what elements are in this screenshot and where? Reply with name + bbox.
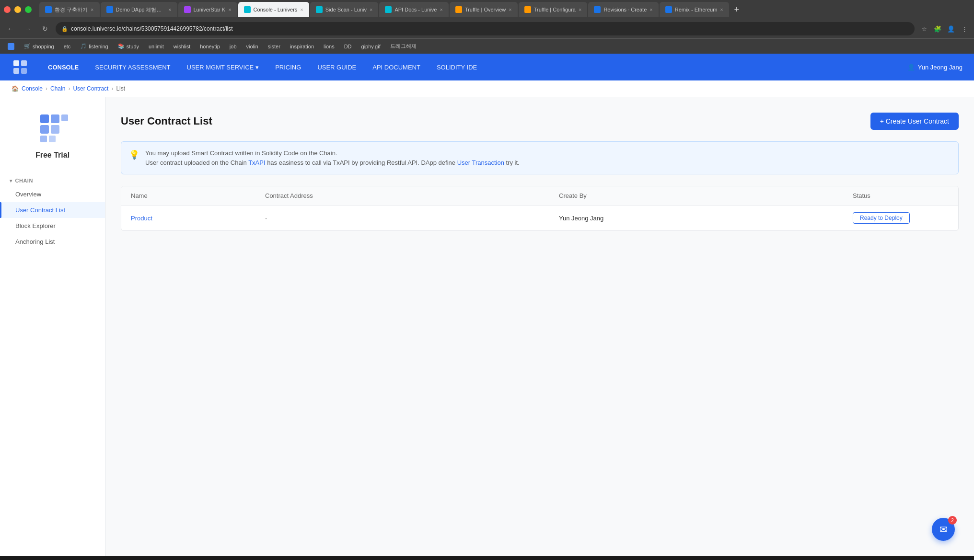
browser-tab-6[interactable]: API Docs - Lunive ×: [379, 2, 448, 17]
bookmark-dd[interactable]: DD: [340, 42, 356, 51]
txapi-link[interactable]: TxAPI: [248, 159, 265, 166]
nav-logo[interactable]: [12, 58, 29, 76]
bookmark-etc[interactable]: etc: [60, 42, 75, 51]
tab-close-6[interactable]: ×: [440, 7, 442, 12]
status-badge[interactable]: Ready to Deploy: [853, 212, 910, 224]
section-toggle-icon: ▾: [10, 178, 12, 183]
bookmark-sister[interactable]: sister: [264, 42, 284, 51]
window-maximize[interactable]: [25, 6, 32, 13]
nav-item-solidity-ide[interactable]: SOLIDITY IDE: [429, 60, 485, 75]
tab-favicon-2: [106, 6, 113, 13]
bookmark-star-icon[interactable]: ☆: [918, 23, 930, 34]
menu-icon[interactable]: ⋮: [959, 23, 970, 34]
tab-close-4[interactable]: ×: [300, 7, 303, 12]
create-user-contract-button[interactable]: + Create User Contract: [870, 113, 959, 130]
tab-close-2[interactable]: ×: [168, 7, 171, 12]
tab-favicon-3: [184, 6, 191, 13]
svg-rect-3: [21, 68, 27, 74]
logo-icon: [12, 58, 29, 76]
tab-label-7: Truffle | Overview: [465, 7, 506, 12]
bookmark-study[interactable]: 📚 study: [114, 42, 143, 51]
svg-rect-0: [13, 60, 19, 66]
bookmark-listening[interactable]: 🎵 listening: [76, 42, 112, 51]
profile-icon[interactable]: 👤: [945, 23, 957, 34]
td-create-by: Yun Jeong Jang: [559, 215, 853, 222]
svg-rect-6: [61, 114, 68, 121]
td-contract-name[interactable]: Product: [131, 215, 265, 222]
nav-items: CONSOLE SECURITY ASSESSMENT USER MGMT SE…: [40, 60, 907, 75]
dropdown-chevron-icon: ▾: [255, 64, 259, 71]
nav-item-user-mgmt[interactable]: USER MGMT SERVICE ▾: [179, 60, 267, 75]
nav-item-api-doc[interactable]: API DOCUMENT: [365, 60, 428, 75]
bookmark-giphy[interactable]: giphy.gif: [358, 42, 384, 51]
sidebar-item-block-explorer[interactable]: Block Explorer: [0, 218, 105, 234]
user-transaction-link[interactable]: User Transaction: [457, 159, 504, 166]
browser-tab-8[interactable]: Truffle | Configura ×: [519, 2, 588, 17]
info-icon: 💡: [129, 149, 139, 160]
tab-close-10[interactable]: ×: [720, 7, 723, 12]
bookmark-apps[interactable]: [4, 42, 18, 51]
sidebar-item-overview[interactable]: Overview: [0, 186, 105, 202]
browser-tab-5[interactable]: Side Scan - Luniv ×: [310, 2, 379, 17]
address-text: console.luniverse.io/chains/530057591442…: [71, 25, 233, 32]
browser-tab-1[interactable]: 환경 구축하기 ×: [39, 2, 100, 17]
th-create-by: Create By: [559, 192, 853, 199]
sidebar-section-chain[interactable]: ▾ CHAIN: [0, 175, 105, 186]
breadcrumb-chain[interactable]: Chain: [50, 85, 65, 92]
tab-close-9[interactable]: ×: [649, 7, 652, 12]
tab-close-8[interactable]: ×: [579, 7, 581, 12]
browser-tab-2[interactable]: Demo DApp 체험하기 ×: [101, 2, 177, 17]
bookmark-job[interactable]: job: [226, 42, 241, 51]
sidebar: Free Trial ▾ CHAIN Overview User Contrac…: [0, 97, 105, 556]
browser-tab-9[interactable]: Revisions · Create ×: [588, 2, 658, 17]
tab-label-9: Revisions · Create: [603, 7, 647, 12]
tab-close-7[interactable]: ×: [509, 7, 511, 12]
breadcrumb-current: List: [116, 85, 125, 92]
chat-badge: 2: [948, 516, 957, 525]
bookmark-lions[interactable]: lions: [320, 42, 338, 51]
svg-rect-10: [49, 136, 56, 142]
back-button[interactable]: ←: [4, 22, 17, 35]
content-header: User Contract List + Create User Contrac…: [121, 113, 959, 130]
bookmark-inspiration[interactable]: inspiration: [286, 42, 318, 51]
chat-button[interactable]: ✉ 2: [932, 518, 955, 541]
tab-close-1[interactable]: ×: [91, 7, 93, 12]
nav-item-console[interactable]: CONSOLE: [40, 60, 86, 75]
bookmark-violin[interactable]: violin: [243, 42, 262, 51]
bookmark-honeytip[interactable]: honeytip: [196, 42, 224, 51]
sidebar-item-user-contract-list[interactable]: User Contract List: [0, 202, 105, 218]
tab-favicon-4: [244, 6, 251, 13]
bookmark-shopping[interactable]: 🛒 shopping: [20, 42, 58, 51]
tab-close-3[interactable]: ×: [228, 7, 231, 12]
nav-item-user-guide[interactable]: USER GUIDE: [310, 60, 364, 75]
info-text: You may upload Smart Contract written in…: [145, 149, 520, 167]
tab-close-5[interactable]: ×: [370, 7, 372, 12]
breadcrumb: 🏠 Console › Chain › User Contract › List: [0, 80, 974, 97]
browser-tab-4[interactable]: Console - Lunivers ×: [238, 2, 309, 17]
reload-button[interactable]: ↻: [38, 22, 52, 35]
sidebar-item-anchoring-list[interactable]: Anchoring List: [0, 234, 105, 250]
extension-icon[interactable]: 🧩: [932, 23, 943, 34]
window-close[interactable]: [4, 6, 11, 13]
forward-button[interactable]: →: [21, 22, 35, 35]
home-icon: 🏠: [12, 85, 19, 92]
browser-tab-3[interactable]: LuniverStar K ×: [178, 2, 237, 17]
bookmark-wishlist[interactable]: wishlist: [170, 42, 194, 51]
tab-label-4: Console - Lunivers: [254, 7, 298, 12]
nav-item-pricing[interactable]: PRICING: [267, 60, 309, 75]
nav-user[interactable]: 👤 Yun Jeong Jang: [907, 64, 962, 71]
tab-favicon-6: [385, 6, 392, 13]
window-minimize[interactable]: [14, 6, 21, 13]
address-bar[interactable]: 🔒 console.luniverse.io/chains/5300575914…: [56, 22, 915, 35]
breadcrumb-console[interactable]: Console: [22, 85, 43, 92]
new-tab-button[interactable]: +: [730, 3, 743, 16]
bookmark-drag[interactable]: 드레그해제: [386, 41, 420, 51]
page-title: User Contract List: [121, 115, 212, 127]
bookmark-unlimit[interactable]: unlimit: [145, 42, 168, 51]
table-row: Product - Yun Jeong Jang Ready to Deploy: [121, 206, 958, 230]
breadcrumb-user-contract[interactable]: User Contract: [73, 85, 108, 92]
browser-tab-7[interactable]: Truffle | Overview ×: [450, 2, 518, 17]
browser-tab-10[interactable]: Remix - Ethereum ×: [660, 2, 729, 17]
nav-item-security[interactable]: SECURITY ASSESSMENT: [87, 60, 178, 75]
info-line-1: You may upload Smart Contract written in…: [145, 149, 520, 158]
